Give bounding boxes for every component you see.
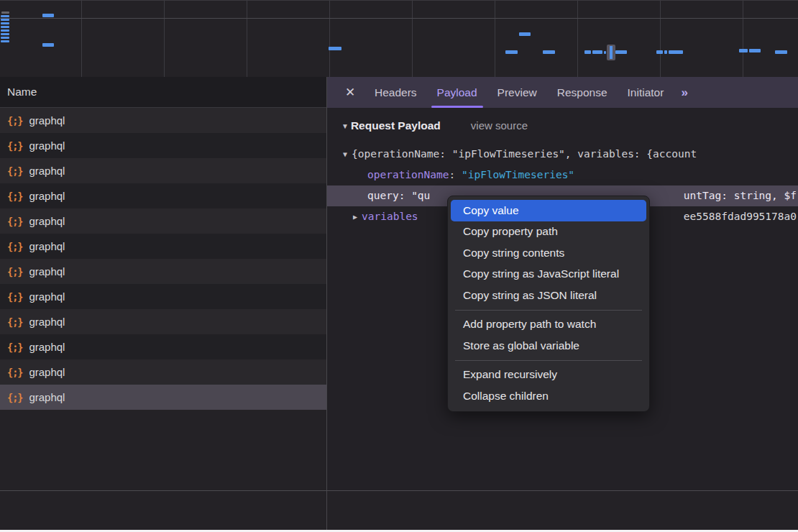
request-row[interactable]: {;}graphql xyxy=(0,108,326,133)
summary-bar xyxy=(0,490,798,530)
section-title: Request Payload xyxy=(351,119,441,132)
root-preview-text: {operationName: "ipFlowTimeseries", vari… xyxy=(352,148,697,160)
overview-gridline xyxy=(329,1,330,77)
close-icon[interactable]: ✕ xyxy=(336,85,364,100)
request-name: graphql xyxy=(29,391,65,403)
request-timing-bar xyxy=(1,12,9,14)
request-timing-bar xyxy=(329,47,341,50)
request-name: graphql xyxy=(29,139,65,152)
collapse-triangle-icon[interactable]: ▼ xyxy=(341,122,349,130)
request-timing-bar xyxy=(615,50,627,54)
overview-gridline-horizontal xyxy=(0,18,798,19)
request-row[interactable]: {;}graphql xyxy=(0,359,326,385)
request-timing-bar xyxy=(1,40,9,42)
overview-gridline xyxy=(81,1,82,77)
chevron-right-icon[interactable]: ▶ xyxy=(353,213,357,221)
request-timing-bar xyxy=(543,50,555,54)
property-key: operationName xyxy=(367,169,449,180)
menu-item-add-property-path-to-watch[interactable]: Add property path to watch xyxy=(448,314,649,336)
menu-item-copy-string-as-javascript-literal[interactable]: Copy string as JavaScript literal xyxy=(448,264,649,285)
menu-item-copy-string-as-json-literal[interactable]: Copy string as JSON literal xyxy=(448,285,649,306)
request-timing-bar xyxy=(42,43,54,47)
overview-gridline xyxy=(660,1,661,77)
json-file-icon: {;} xyxy=(7,216,22,227)
request-row[interactable]: {;}graphql xyxy=(0,133,326,158)
name-column-header[interactable]: Name xyxy=(0,77,326,108)
panel-divider[interactable] xyxy=(326,77,327,490)
json-file-icon: {;} xyxy=(7,241,22,252)
details-tab-bar: ✕ HeadersPayloadPreviewResponseInitiator… xyxy=(327,77,798,108)
request-name: graphql xyxy=(29,114,65,127)
tree-row-operation-name[interactable]: operationName: "ipFlowTimeseries" xyxy=(327,165,798,185)
request-row[interactable]: {;}graphql xyxy=(0,309,326,334)
request-timing-bar xyxy=(1,15,9,17)
chevron-down-icon[interactable]: ▼ xyxy=(343,150,347,158)
colon: : xyxy=(399,190,405,201)
property-value-left: "qu xyxy=(411,190,430,201)
json-file-icon: {;} xyxy=(7,341,22,353)
request-row[interactable]: {;}graphql xyxy=(0,284,326,309)
json-file-icon: {;} xyxy=(7,266,22,278)
overview-gridline xyxy=(412,1,413,77)
request-timing-bar xyxy=(1,26,9,28)
network-overview-timeline[interactable] xyxy=(0,0,798,77)
property-value-right: untTag: string, $f xyxy=(684,185,797,206)
request-timing-bar xyxy=(42,14,54,17)
request-timing-bar xyxy=(669,50,683,54)
json-file-icon: {;} xyxy=(7,392,22,403)
tab-initiator[interactable]: Initiator xyxy=(618,77,674,108)
request-row[interactable]: {;}graphql xyxy=(0,234,326,259)
request-timing-bar xyxy=(1,22,9,24)
request-payload-section: ▼ Request Payload view source xyxy=(341,119,528,132)
request-name: graphql xyxy=(29,265,65,278)
request-name: graphql xyxy=(29,215,65,227)
request-row[interactable]: {;}graphql xyxy=(0,385,326,410)
hovered-request-marker xyxy=(607,45,615,60)
request-name: graphql xyxy=(29,165,65,177)
request-row[interactable]: {;}graphql xyxy=(0,334,326,359)
more-tabs-icon[interactable]: » xyxy=(675,86,692,100)
request-name: graphql xyxy=(29,240,65,252)
tab-preview[interactable]: Preview xyxy=(487,77,547,108)
overview-gridline xyxy=(247,1,247,77)
menu-separator xyxy=(455,360,642,361)
menu-item-store-as-global-variable[interactable]: Store as global variable xyxy=(448,335,649,357)
request-row[interactable]: {;}graphql xyxy=(0,183,326,208)
tab-payload[interactable]: Payload xyxy=(427,77,487,108)
request-row[interactable]: {;}graphql xyxy=(0,208,326,234)
menu-item-copy-property-path[interactable]: Copy property path xyxy=(448,221,649,243)
menu-item-copy-value[interactable]: Copy value xyxy=(451,200,646,221)
request-name: graphql xyxy=(29,341,65,353)
menu-item-collapse-children[interactable]: Collapse children xyxy=(448,385,649,407)
json-file-icon: {;} xyxy=(7,291,22,303)
request-timing-bar xyxy=(592,50,602,54)
network-main-area: Name {;}graphql{;}graphql{;}graphql{;}gr… xyxy=(0,77,798,490)
tree-root-row[interactable]: ▼{operationName: "ipFlowTimeseries", var… xyxy=(327,144,798,165)
request-timing-bar xyxy=(604,51,606,54)
json-file-icon: {;} xyxy=(7,367,22,378)
tab-headers[interactable]: Headers xyxy=(364,77,427,108)
json-file-icon: {;} xyxy=(7,140,22,152)
overview-gridline xyxy=(495,1,495,77)
request-row[interactable]: {;}graphql xyxy=(0,158,326,183)
devtools-network-panel: Name {;}graphql{;}graphql{;}graphql{;}gr… xyxy=(0,0,798,530)
property-key: query xyxy=(367,190,399,201)
marker-bar xyxy=(610,46,613,59)
menu-item-copy-string-contents[interactable]: Copy string contents xyxy=(448,242,649,264)
view-source-link[interactable]: view source xyxy=(471,119,528,132)
colon: : xyxy=(449,169,456,180)
menu-separator xyxy=(455,310,642,311)
tab-response[interactable]: Response xyxy=(547,77,618,108)
request-timing-bar xyxy=(1,29,9,32)
request-name: graphql xyxy=(29,366,65,378)
request-timing-bar xyxy=(775,50,787,54)
request-timing-bar xyxy=(1,19,9,21)
request-name: graphql xyxy=(29,190,65,202)
menu-item-expand-recursively[interactable]: Expand recursively xyxy=(448,364,649,386)
json-file-icon: {;} xyxy=(7,191,22,202)
request-timing-bar xyxy=(519,32,531,36)
request-timing-bar xyxy=(584,50,591,54)
request-row[interactable]: {;}graphql xyxy=(0,259,326,284)
property-value: "ipFlowTimeseries" xyxy=(462,169,574,180)
request-timing-bar xyxy=(1,37,9,39)
